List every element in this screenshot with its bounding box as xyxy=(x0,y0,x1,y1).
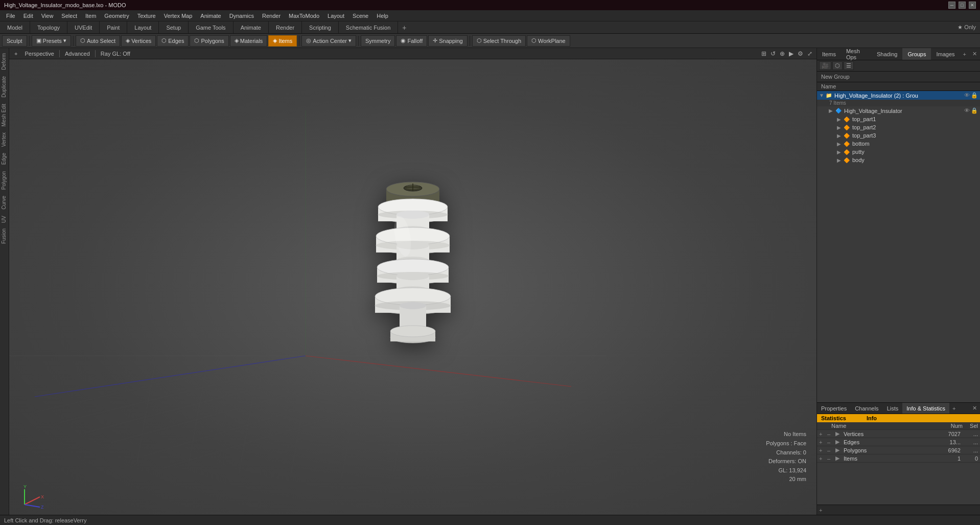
tab-gametools[interactable]: Game Tools xyxy=(189,21,234,33)
tree-child-body[interactable]: ▶ 🔶 body xyxy=(817,156,980,164)
menu-edit[interactable]: Edit xyxy=(19,12,37,20)
rp-render-button[interactable]: ⬡ xyxy=(832,61,843,70)
polygons-button[interactable]: ⬡ Polygons xyxy=(190,35,228,47)
polygons-minus[interactable]: – xyxy=(827,447,833,453)
minimize-button[interactable]: ─ xyxy=(948,2,955,9)
tab-shading[interactable]: Shading xyxy=(872,48,902,60)
action-center-button[interactable]: ◎ Action Center ▾ xyxy=(301,35,356,47)
items-expand[interactable]: + xyxy=(819,455,825,462)
stats-row-edges[interactable]: + – ▶ Edges 13... ... xyxy=(817,438,980,446)
menu-texture[interactable]: Texture xyxy=(133,12,160,20)
child-eye-icon[interactable]: 👁 xyxy=(964,107,970,114)
close-button[interactable]: ✕ xyxy=(969,2,976,9)
palette-vertex[interactable]: Vertex xyxy=(0,129,9,150)
viewport-canvas[interactable]: No Items Polygons : Face Channels: 0 Def… xyxy=(9,59,816,515)
tab-uvedit[interactable]: UVEdit xyxy=(67,21,100,33)
viewport-advanced-button[interactable]: Advanced xyxy=(63,50,92,57)
palette-meshedit[interactable]: Mesh Edit xyxy=(0,101,9,129)
tab-properties[interactable]: Properties xyxy=(817,403,851,414)
materials-button[interactable]: ◈ Materials xyxy=(230,35,268,47)
menu-layout[interactable]: Layout xyxy=(323,12,348,20)
tab-schematic[interactable]: Schematic Fusion xyxy=(339,21,398,33)
auto-select-button[interactable]: ⬡ Auto Select xyxy=(76,35,120,47)
edges-arrow[interactable]: ▶ xyxy=(835,439,842,445)
menu-vertexmap[interactable]: Vertex Map xyxy=(160,12,197,20)
bottom-arrow[interactable]: ▶ xyxy=(837,141,842,147)
item-tree[interactable]: ▼ 📁 High_Voltage_Insulator (2) : Grou 👁 … xyxy=(817,91,980,402)
palette-edge[interactable]: Edge xyxy=(0,150,9,168)
vertices-button[interactable]: ◈ Vertices xyxy=(121,35,156,47)
viewport-raygl-button[interactable]: Ray GL: Off xyxy=(99,50,132,57)
tree-child-insulator[interactable]: ▶ 🔷 High_Voltage_Insulator 👁 🔒 xyxy=(817,106,980,115)
tab-meshops[interactable]: Mesh Ops xyxy=(841,48,872,60)
stats-row-items[interactable]: + – ▶ Items 1 0 xyxy=(817,454,980,463)
workplane-button[interactable]: ⬡ WorkPlane xyxy=(527,35,570,47)
new-group-button[interactable]: New Group xyxy=(817,72,980,82)
rp-layer-button[interactable]: ☰ xyxy=(844,61,854,70)
tab-model[interactable]: Model xyxy=(0,21,30,33)
falloff-button[interactable]: ◉ Falloff xyxy=(396,35,427,47)
edges-button[interactable]: ⬡ Edges xyxy=(157,35,189,47)
menu-maxtomodo[interactable]: MaxToModo xyxy=(285,12,323,20)
close-bottom-panel-button[interactable]: ✕ xyxy=(969,404,980,413)
add-right-tab-button[interactable]: + xyxy=(960,50,969,59)
tree-child-toppart1[interactable]: ▶ 🔶 top_part1 xyxy=(817,115,980,123)
child-lock-icon[interactable]: 🔒 xyxy=(971,107,978,114)
menu-scene[interactable]: Scene xyxy=(348,12,372,20)
tab-topology[interactable]: Topology xyxy=(30,21,67,33)
polygons-expand[interactable]: + xyxy=(819,447,825,453)
tab-images[interactable]: Images xyxy=(931,48,960,60)
viewport-render-icon[interactable]: ▶ xyxy=(788,49,795,58)
tab-animate[interactable]: Animate xyxy=(234,21,269,33)
palette-polygon[interactable]: Polygon xyxy=(0,168,9,193)
rp-camera-button[interactable]: 🎥 xyxy=(819,61,831,70)
child-arrow[interactable]: ▶ xyxy=(829,108,834,113)
lock-icon[interactable]: 🔒 xyxy=(971,92,978,99)
tab-layout[interactable]: Layout xyxy=(127,21,159,33)
tab-info-statistics[interactable]: Info & Statistics xyxy=(902,403,949,414)
viewport-settings-icon[interactable]: ⚙ xyxy=(797,49,804,58)
palette-uv[interactable]: UV xyxy=(0,213,9,226)
stats-row-vertices[interactable]: + – ▶ Vertices 7027 ... xyxy=(817,430,980,438)
menu-dynamics[interactable]: Dynamics xyxy=(225,12,258,20)
presets-button[interactable]: ▣ Presets ▾ xyxy=(32,35,71,47)
palette-fusion[interactable]: Fusion xyxy=(0,225,9,247)
tab-setup[interactable]: Setup xyxy=(159,21,189,33)
close-right-panel-button[interactable]: ✕ xyxy=(969,49,980,59)
viewport-mode-button[interactable]: Perspective xyxy=(22,50,56,57)
viewport-expand-icon[interactable]: ⤢ xyxy=(806,49,813,58)
snapping-button[interactable]: ✛ Snapping xyxy=(428,35,468,47)
polygons-arrow[interactable]: ▶ xyxy=(835,447,842,453)
edges-expand[interactable]: + xyxy=(819,439,825,445)
tab-render[interactable]: Render xyxy=(269,21,302,33)
symmetry-button[interactable]: Symmetry xyxy=(361,35,395,47)
viewport-fit-icon[interactable]: ⊞ xyxy=(760,49,767,58)
tree-child-toppart2[interactable]: ▶ 🔶 top_part2 xyxy=(817,123,980,131)
tab-channels[interactable]: Channels xyxy=(851,403,882,414)
sculpt-button[interactable]: Sculpt xyxy=(2,35,27,47)
putty-arrow[interactable]: ▶ xyxy=(837,149,842,155)
add-bottom-tab-button[interactable]: + xyxy=(949,404,959,413)
items-arrow[interactable]: ▶ xyxy=(835,455,842,462)
stats-row-polygons[interactable]: + – ▶ Polygons 6962 ... xyxy=(817,446,980,454)
viewport-toggle-button[interactable]: + xyxy=(12,50,19,57)
tab-scripting[interactable]: Scripting xyxy=(302,21,339,33)
menu-file[interactable]: File xyxy=(2,12,19,20)
tree-child-toppart3[interactable]: ▶ 🔶 top_part3 xyxy=(817,131,980,140)
maximize-button[interactable]: □ xyxy=(959,2,966,9)
palette-curve[interactable]: Curve xyxy=(0,193,9,213)
tree-root-item[interactable]: ▼ 📁 High_Voltage_Insulator (2) : Grou 👁 … xyxy=(817,91,980,100)
vertices-arrow[interactable]: ▶ xyxy=(835,430,842,437)
vertices-expand[interactable]: + xyxy=(819,431,825,437)
select-through-button[interactable]: ⬡ Select Through xyxy=(472,35,526,47)
toppart3-arrow[interactable]: ▶ xyxy=(837,133,842,139)
edges-minus[interactable]: – xyxy=(827,439,833,445)
menu-animate[interactable]: Animate xyxy=(196,12,225,20)
toppart2-arrow[interactable]: ▶ xyxy=(837,125,842,130)
menu-select[interactable]: Select xyxy=(57,12,81,20)
items-minus[interactable]: – xyxy=(827,455,833,462)
tab-groups[interactable]: Groups xyxy=(902,48,931,60)
tree-root-arrow[interactable]: ▼ xyxy=(819,93,824,98)
menu-help[interactable]: Help xyxy=(372,12,392,20)
add-mode-tab-button[interactable]: + xyxy=(398,22,410,33)
